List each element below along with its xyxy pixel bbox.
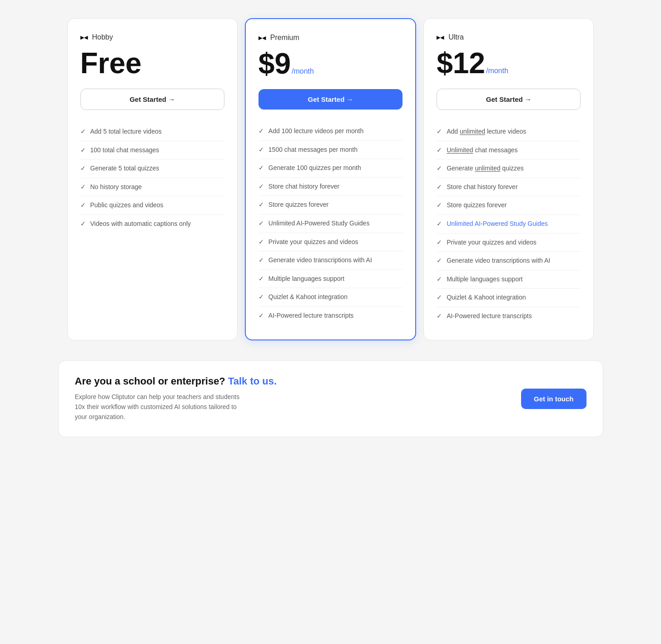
feature-text: AI-Powered lecture transcripts — [268, 311, 354, 320]
list-item: ✓ Videos with automatic captions only — [80, 215, 224, 233]
ultra-price-amount: $12 — [437, 49, 485, 78]
plan-card-premium: ▶◀ Premium $9/month Get Started → ✓ Add … — [245, 18, 416, 340]
list-item: ✓ 100 total chat messages — [80, 141, 224, 160]
list-item: ✓ Multiple languages support — [258, 270, 403, 289]
ultra-price: $12/month — [437, 49, 581, 78]
feature-text: Videos with automatic captions only — [90, 220, 191, 229]
check-icon: ✓ — [80, 220, 86, 227]
feature-text: Store chat history forever — [447, 183, 517, 192]
check-icon: ✓ — [258, 312, 264, 319]
check-icon: ✓ — [258, 293, 264, 300]
check-icon: ✓ — [258, 238, 264, 245]
list-item: ✓ Public quizzes and videos — [80, 196, 224, 215]
feature-text: Private your quizzes and videos — [268, 238, 358, 247]
feature-text: Generate video transcriptions with AI — [268, 256, 372, 265]
check-icon: ✓ — [437, 275, 442, 283]
check-icon: ✓ — [437, 239, 442, 246]
feature-text: Private your quizzes and videos — [447, 238, 537, 247]
premium-price: $9/month — [258, 49, 403, 78]
premium-price-amount: $9 — [258, 49, 291, 78]
list-item: ✓ 1500 chat messages per month — [258, 141, 403, 160]
list-item: ✓ AI-Powered lecture transcripts — [258, 307, 403, 325]
feature-text: Public quizzes and videos — [90, 201, 164, 210]
check-icon: ✓ — [437, 183, 442, 190]
feature-text: Store quizzes forever — [268, 200, 328, 210]
ultra-price-inline: $12/month — [437, 49, 508, 78]
enterprise-heading-link[interactable]: Talk to us. — [228, 375, 277, 387]
premium-price-inline: $9/month — [258, 49, 314, 78]
plan-header-premium: ▶◀ Premium — [258, 34, 403, 42]
ultra-features-list: ✓ Add unlimited lecture videos ✓ Unlimit… — [437, 123, 581, 325]
plan-header-ultra: ▶◀ Ultra — [437, 33, 581, 41]
feature-text: Add 100 lecture videos per month — [268, 127, 363, 136]
list-item: ✓ AI-Powered lecture transcripts — [437, 307, 581, 325]
check-icon: ✓ — [258, 275, 264, 282]
check-icon: ✓ — [437, 165, 442, 172]
feature-text: Unlimited AI-Powered Study Guides — [447, 220, 548, 229]
list-item: ✓ Generate unlimited quizzes — [437, 160, 581, 178]
list-item: ✓ Generate 100 quizzes per month — [258, 159, 403, 178]
hobby-plan-name: Hobby — [92, 33, 113, 41]
check-icon: ✓ — [437, 201, 442, 209]
premium-price-period: /month — [292, 67, 314, 75]
feature-text: Quizlet & Kahoot integration — [268, 293, 348, 302]
feature-text: Unlimited chat messages — [447, 146, 517, 155]
check-icon: ✓ — [258, 164, 264, 171]
check-icon: ✓ — [437, 257, 442, 264]
ultra-price-period: /month — [486, 67, 508, 75]
check-icon: ✓ — [258, 256, 264, 264]
check-icon: ✓ — [437, 312, 442, 320]
plan-card-ultra: ▶◀ Ultra $12/month Get Started → ✓ Add u… — [423, 18, 594, 340]
ultra-icon: ▶◀ — [437, 35, 444, 40]
list-item: ✓ Unlimited AI-Powered Study Guides — [258, 215, 403, 233]
feature-text: Generate unlimited quizzes — [447, 164, 524, 173]
hobby-cta-button[interactable]: Get Started → — [80, 89, 224, 110]
check-icon: ✓ — [437, 128, 442, 135]
plan-header-hobby: ▶◀ Hobby — [80, 33, 224, 41]
list-item: ✓ Store quizzes forever — [258, 196, 403, 215]
ultra-plan-name: Ultra — [448, 33, 464, 41]
enterprise-section: Are you a school or enterprise? Talk to … — [58, 360, 603, 437]
check-icon: ✓ — [80, 128, 86, 135]
check-icon: ✓ — [258, 220, 264, 227]
check-icon: ✓ — [437, 294, 442, 301]
list-item: ✓ Add 5 total lecture videos — [80, 123, 224, 141]
feature-text: Add 5 total lecture videos — [90, 127, 162, 136]
check-icon: ✓ — [437, 220, 442, 227]
check-icon: ✓ — [80, 165, 86, 172]
list-item: ✓ Private your quizzes and videos — [437, 234, 581, 252]
check-icon: ✓ — [258, 201, 264, 208]
get-in-touch-button[interactable]: Get in touch — [521, 389, 586, 409]
feature-text: Unlimited AI-Powered Study Guides — [268, 219, 370, 228]
premium-features-list: ✓ Add 100 lecture videos per month ✓ 150… — [258, 122, 403, 325]
list-item: ✓ Generate 5 total quizzes — [80, 160, 224, 178]
list-item: ✓ Unlimited chat messages — [437, 141, 581, 160]
premium-cta-button[interactable]: Get Started → — [258, 89, 403, 110]
feature-text: 1500 chat messages per month — [268, 145, 358, 155]
ultra-cta-button[interactable]: Get Started → — [437, 89, 581, 110]
check-icon: ✓ — [80, 146, 86, 154]
premium-plan-name: Premium — [270, 34, 299, 42]
check-icon: ✓ — [437, 146, 442, 154]
list-item: ✓ Unlimited AI-Powered Study Guides — [437, 215, 581, 234]
check-icon: ✓ — [258, 127, 264, 135]
list-item: ✓ Generate video transcriptions with AI — [437, 252, 581, 270]
list-item: ✓ No history storage — [80, 178, 224, 197]
check-icon: ✓ — [80, 183, 86, 190]
enterprise-text: Are you a school or enterprise? Talk to … — [75, 375, 277, 422]
plan-card-hobby: ▶◀ Hobby Free Get Started → ✓ Add 5 tota… — [67, 18, 238, 340]
list-item: ✓ Generate video transcriptions with AI — [258, 251, 403, 270]
premium-icon: ▶◀ — [258, 35, 266, 41]
feature-text: Add unlimited lecture videos — [447, 127, 526, 136]
check-icon: ✓ — [258, 146, 264, 153]
list-item: ✓ Store chat history forever — [258, 178, 403, 196]
list-item: ✓ Private your quizzes and videos — [258, 233, 403, 252]
feature-text: Generate video transcriptions with AI — [447, 256, 550, 265]
hobby-icon: ▶◀ — [80, 35, 88, 40]
feature-text: Quizlet & Kahoot integration — [447, 293, 526, 302]
enterprise-heading: Are you a school or enterprise? Talk to … — [75, 375, 277, 387]
feature-text: No history storage — [90, 183, 142, 192]
feature-text: Store quizzes forever — [447, 201, 507, 210]
hobby-features-list: ✓ Add 5 total lecture videos ✓ 100 total… — [80, 123, 224, 325]
feature-text: Store chat history forever — [268, 182, 339, 191]
